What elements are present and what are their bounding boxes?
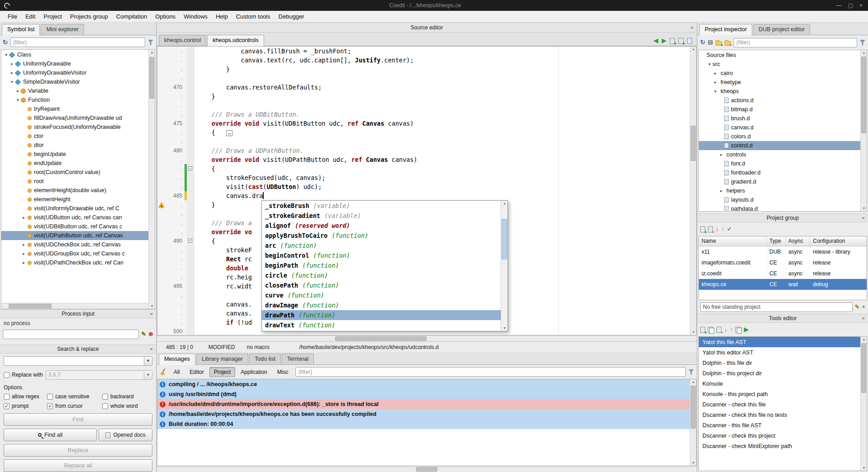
edit-project-icon[interactable]: ✎ [855,304,860,310]
chevron-right-icon[interactable]: ▸ [21,215,27,220]
option-prompt[interactable]: ✓prompt [4,403,47,409]
clear-messages-icon[interactable] [160,368,166,375]
completion-item-circle[interactable]: circle(function) [262,270,501,280]
editor-vscrollbar[interactable]: ▲▼ [690,47,696,335]
fold-ellipsis[interactable]: … [226,130,232,136]
async-icon[interactable]: ✓ [727,226,732,232]
move-down-icon[interactable]: ↓ [716,226,719,232]
menu-options[interactable]: Options [151,12,180,21]
filter-cancel-icon[interactable] [148,40,153,45]
symbol-tree-vscrollbar[interactable]: ▲▼ [148,50,155,309]
refresh-icon[interactable]: ↻ [700,39,705,46]
copy-tool-icon[interactable] [735,327,741,333]
fold-collapse-icon[interactable]: − [188,239,192,243]
tool-item-dscanner-this-file-ast[interactable]: Dscanner - this file AST [699,420,867,430]
code-line[interactable]: . visit(cast(UDButton) udc); [157,182,690,191]
file-item-gradient-d[interactable]: gradient.d [699,177,860,186]
column-header-async[interactable]: Async [786,236,810,246]
symbol-item-visit-udbitbutton-udc-ref-canvas-c[interactable]: visit(UDBitButton udc, ref Canvas c [1,222,148,231]
option-from-cursor[interactable]: ✓from cursor [47,403,102,409]
search-input[interactable] [4,356,144,366]
tool-item-dscanner-check-this-project[interactable]: Dscanner - check this project [699,430,867,441]
menu-projects-group[interactable]: Projects group [66,12,112,21]
chevron-down-icon[interactable]: ▾ [9,80,15,84]
new-document-icon[interactable] [670,38,675,44]
symbol-item-visit-uniformlydrawable-udc-ref-c[interactable]: visit(UniformlyDrawable udc, ref C [1,204,148,213]
chevron-down-icon[interactable]: ▾ [3,52,9,57]
symbol-item-visit-udpathbutton-udc-ref-canvas[interactable]: visit(UDPathButton udc, ref Canvas [1,231,148,240]
code-line[interactable]: 475 override void visit(UDBitButton udc,… [157,119,690,128]
completion-item-arc[interactable]: arc(function) [262,241,501,250]
completion-item-curve[interactable]: curve(function) [262,290,501,300]
tab-library-manager[interactable]: Library manager [196,354,248,364]
file-item-cairo[interactable]: ▸cairo [699,69,860,78]
close-icon[interactable]: × [150,346,153,352]
symbol-item-strokefocused-uniformlydrawable[interactable]: strokeFocused(UniformlyDrawable [1,123,148,132]
kill-process-icon[interactable]: ⊗ [148,331,153,337]
message-row[interactable]: !/usr/include/dmd/druntime/import/core/e… [157,399,690,409]
file-item-controls[interactable]: ▸controls [699,150,860,159]
chevron-down-icon[interactable]: ▾ [15,98,21,102]
file-item-canvas-d[interactable]: canvas.d [699,123,860,132]
symbol-item-simpledrawablevisitor[interactable]: ▾SimpleDrawableVisitor [1,77,148,86]
close-icon[interactable]: × [862,215,865,221]
message-row[interactable]: iusing /usr/bin/dmd (dmd) [157,389,690,399]
completion-item-drawimage[interactable]: drawImage(function) [262,300,501,310]
completion-item-beginpath[interactable]: beginPath(function) [262,260,501,270]
tab-messages[interactable]: Messages [159,354,195,365]
code-line[interactable]: 485 canvas.dra [157,191,690,200]
add-project-icon[interactable] [700,227,705,232]
symbol-item-visit-udbutton-udc-ref-canvas-can[interactable]: ▸visit(UDButton udc, ref Canvas can [1,213,148,222]
previous-document-icon[interactable]: ◀ [654,38,658,44]
completion-item-closepath[interactable]: closePath(function) [262,280,501,290]
code-line[interactable]: . /// Draws a UDBitButton. [157,110,690,119]
symbol-item-visit-udpathcheckbox-udc-ref-can[interactable]: ▸visit(UDPathCheckBox udc, ref Can [1,258,148,267]
symbol-tree-hscrollbar[interactable] [1,303,148,309]
project-row-kheops-ce[interactable]: kheops.ceCEwaitdebug [699,279,867,290]
column-header-name[interactable]: Name [699,236,767,246]
filter-icon[interactable] [860,40,865,45]
symbol-item-dtor[interactable]: dtor [1,141,148,150]
file-item-src[interactable]: ▾src [699,60,860,69]
menu-project[interactable]: Project [39,12,66,21]
code-line[interactable]: . canvas.fillBrush = _brushFont; [157,47,690,56]
completion-scrollbar[interactable]: ▲▼ [501,201,508,331]
code-line[interactable]: . } [157,92,690,101]
code-line[interactable]: . canvas.text(rc, udc.caption[], Justify… [157,56,690,65]
chevron-right-icon[interactable]: ▸ [21,260,27,265]
symbol-item-endupdate[interactable]: endUpdate [1,159,148,168]
messages-filter-input[interactable] [295,367,686,377]
fold-collapse-icon[interactable]: − [188,166,192,170]
menu-edit[interactable]: Edit [21,12,39,21]
file-item-layouts-d[interactable]: layouts.d [699,195,860,204]
message-row[interactable]: i/home/basile/dev/projects/kheops/kheops… [157,409,690,419]
option-whole-word[interactable]: whole word [102,403,152,409]
symbol-item-root[interactable]: root [1,177,148,186]
clone-tool-icon[interactable] [708,327,714,333]
send-input-icon[interactable]: ✎ [141,331,146,337]
file-item-fontloader-d[interactable]: fontloader.d [699,168,860,177]
next-document-icon[interactable]: ▶ [662,38,666,44]
project-row-iz-coedit[interactable]: iz.coeditCEasyncrelease [699,268,867,279]
move-down-icon[interactable]: ↓ [724,326,727,333]
filter-editor-button[interactable]: Editor [185,367,208,377]
replace-button[interactable]: Replace [4,444,152,457]
tool-item-dscanner-check-miniexplorer-path[interactable]: Dscanner - check MiniExplorer path [699,441,867,451]
add-folder-icon[interactable] [716,41,722,46]
symbol-item-beginupdate[interactable]: beginUpdate [1,150,148,159]
menu-help[interactable]: Help [212,12,232,21]
tab-terminal[interactable]: Terminal [282,354,314,364]
tab-symbol-list[interactable]: Symbol list [2,24,40,35]
completion-item-alignof[interactable]: alignof(reserved word) [262,221,501,231]
completion-item-strokebrush[interactable]: _strokeBrush(variable) [262,201,501,211]
filter-all-button[interactable]: All [169,367,184,377]
code-editor[interactable]: . canvas.fillBrush = _brushFont;. canvas… [157,46,697,335]
window-maximize-icon[interactable]: ▢ [848,2,853,9]
symbol-item-root-customcontrol-value[interactable]: root(CustomControl value) [1,168,148,177]
close-icon[interactable]: × [862,316,865,321]
code-line[interactable]: .− { [157,164,690,173]
symbol-item-class[interactable]: ▾Class [1,50,148,59]
symbol-item-tryrepaint[interactable]: tryRepaint [1,104,148,113]
file-item-helpers[interactable]: ▸helpers [699,186,860,195]
find-all-button[interactable]: Find all [4,429,97,441]
